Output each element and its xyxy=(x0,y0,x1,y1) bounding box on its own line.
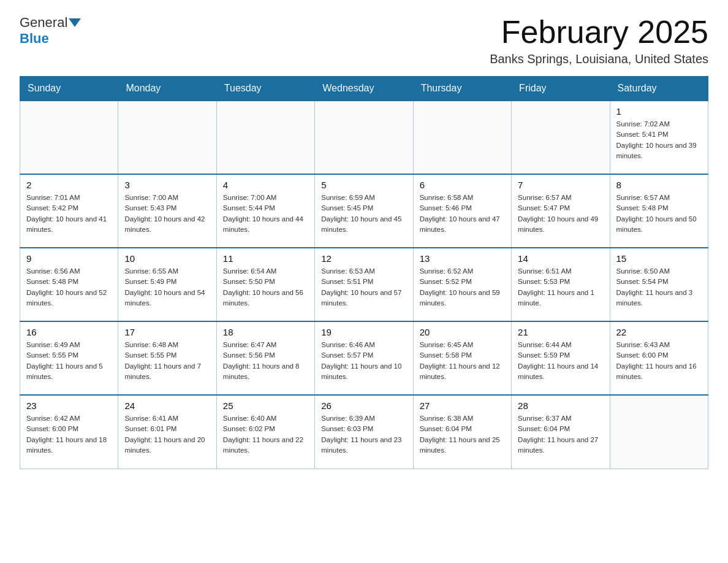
day-number: 19 xyxy=(321,327,406,337)
calendar-table: SundayMondayTuesdayWednesdayThursdayFrid… xyxy=(20,76,708,469)
calendar-cell: 28Sunrise: 6:37 AMSunset: 6:04 PMDayligh… xyxy=(512,395,610,469)
calendar-cell: 21Sunrise: 6:44 AMSunset: 5:59 PMDayligh… xyxy=(512,321,610,395)
calendar-cell: 2Sunrise: 7:01 AMSunset: 5:42 PMDaylight… xyxy=(20,174,118,248)
day-number: 17 xyxy=(124,327,210,337)
day-number: 14 xyxy=(518,253,603,264)
calendar-cell: 4Sunrise: 7:00 AMSunset: 5:44 PMDaylight… xyxy=(216,174,314,248)
calendar-cell: 18Sunrise: 6:47 AMSunset: 5:56 PMDayligh… xyxy=(216,321,314,395)
day-number: 12 xyxy=(321,253,406,264)
day-info: Sunrise: 6:59 AMSunset: 5:45 PMDaylight:… xyxy=(321,193,406,235)
day-info: Sunrise: 6:47 AMSunset: 5:56 PMDaylight:… xyxy=(223,340,308,382)
calendar-cell: 26Sunrise: 6:39 AMSunset: 6:03 PMDayligh… xyxy=(315,395,413,469)
day-info: Sunrise: 6:49 AMSunset: 5:55 PMDaylight:… xyxy=(26,340,112,382)
weekday-header-row: SundayMondayTuesdayWednesdayThursdayFrid… xyxy=(20,77,708,101)
weekday-header-wednesday: Wednesday xyxy=(315,77,413,101)
day-number: 20 xyxy=(420,327,505,337)
day-info: Sunrise: 6:48 AMSunset: 5:55 PMDaylight:… xyxy=(124,340,210,382)
calendar-cell: 1Sunrise: 7:02 AMSunset: 5:41 PMDaylight… xyxy=(610,101,708,174)
weekday-header-friday: Friday xyxy=(512,77,610,101)
day-info: Sunrise: 6:50 AMSunset: 5:54 PMDaylight:… xyxy=(616,266,702,308)
day-info: Sunrise: 6:51 AMSunset: 5:53 PMDaylight:… xyxy=(518,266,603,308)
day-number: 11 xyxy=(223,253,308,264)
day-number: 4 xyxy=(223,180,308,190)
logo-blue-text: Blue xyxy=(20,31,49,47)
calendar-cell: 22Sunrise: 6:43 AMSunset: 6:00 PMDayligh… xyxy=(610,321,708,395)
calendar-cell: 3Sunrise: 7:00 AMSunset: 5:43 PMDaylight… xyxy=(118,174,216,248)
page-header: General Blue February 2025 Banks Springs… xyxy=(20,15,708,66)
calendar-cell: 13Sunrise: 6:52 AMSunset: 5:52 PMDayligh… xyxy=(413,248,511,321)
calendar-cell: 19Sunrise: 6:46 AMSunset: 5:57 PMDayligh… xyxy=(315,321,413,395)
calendar-cell: 17Sunrise: 6:48 AMSunset: 5:55 PMDayligh… xyxy=(118,321,216,395)
calendar-cell xyxy=(315,101,413,174)
week-row-4: 16Sunrise: 6:49 AMSunset: 5:55 PMDayligh… xyxy=(20,321,708,395)
calendar-cell: 7Sunrise: 6:57 AMSunset: 5:47 PMDaylight… xyxy=(512,174,610,248)
calendar-cell: 14Sunrise: 6:51 AMSunset: 5:53 PMDayligh… xyxy=(512,248,610,321)
calendar-cell: 15Sunrise: 6:50 AMSunset: 5:54 PMDayligh… xyxy=(610,248,708,321)
week-row-2: 2Sunrise: 7:01 AMSunset: 5:42 PMDaylight… xyxy=(20,174,708,248)
day-number: 16 xyxy=(26,327,112,337)
day-info: Sunrise: 6:39 AMSunset: 6:03 PMDaylight:… xyxy=(321,413,406,456)
day-info: Sunrise: 6:44 AMSunset: 5:59 PMDaylight:… xyxy=(518,340,603,382)
calendar-cell xyxy=(512,101,610,174)
day-number: 9 xyxy=(26,253,112,264)
day-info: Sunrise: 7:00 AMSunset: 5:44 PMDaylight:… xyxy=(223,193,308,235)
day-number: 15 xyxy=(616,253,702,264)
calendar-cell xyxy=(610,395,708,469)
day-number: 28 xyxy=(518,400,603,411)
day-number: 7 xyxy=(518,180,603,190)
calendar-cell: 6Sunrise: 6:58 AMSunset: 5:46 PMDaylight… xyxy=(413,174,511,248)
weekday-header-monday: Monday xyxy=(118,77,216,101)
day-info: Sunrise: 6:41 AMSunset: 6:01 PMDaylight:… xyxy=(124,413,210,456)
day-number: 18 xyxy=(223,327,308,337)
day-info: Sunrise: 6:55 AMSunset: 5:49 PMDaylight:… xyxy=(124,266,210,308)
calendar-cell: 5Sunrise: 6:59 AMSunset: 5:45 PMDaylight… xyxy=(315,174,413,248)
day-info: Sunrise: 7:01 AMSunset: 5:42 PMDaylight:… xyxy=(26,193,112,235)
calendar-cell: 23Sunrise: 6:42 AMSunset: 6:00 PMDayligh… xyxy=(20,395,118,469)
day-number: 13 xyxy=(420,253,505,264)
day-number: 2 xyxy=(26,180,112,190)
day-info: Sunrise: 7:02 AMSunset: 5:41 PMDaylight:… xyxy=(616,119,702,161)
day-info: Sunrise: 6:40 AMSunset: 6:02 PMDaylight:… xyxy=(223,413,308,456)
calendar-cell: 20Sunrise: 6:45 AMSunset: 5:58 PMDayligh… xyxy=(413,321,511,395)
calendar-cell: 10Sunrise: 6:55 AMSunset: 5:49 PMDayligh… xyxy=(118,248,216,321)
day-number: 27 xyxy=(420,400,505,411)
calendar-cell xyxy=(413,101,511,174)
calendar-cell: 25Sunrise: 6:40 AMSunset: 6:02 PMDayligh… xyxy=(216,395,314,469)
logo: General Blue xyxy=(20,15,82,47)
calendar-title: February 2025 xyxy=(490,15,708,50)
calendar-cell: 11Sunrise: 6:54 AMSunset: 5:50 PMDayligh… xyxy=(216,248,314,321)
calendar-cell: 9Sunrise: 6:56 AMSunset: 5:48 PMDaylight… xyxy=(20,248,118,321)
calendar-cell: 8Sunrise: 6:57 AMSunset: 5:48 PMDaylight… xyxy=(610,174,708,248)
calendar-cell xyxy=(20,101,118,174)
day-number: 22 xyxy=(616,327,702,337)
weekday-header-thursday: Thursday xyxy=(413,77,511,101)
logo-arrow-icon xyxy=(69,18,81,27)
day-info: Sunrise: 6:56 AMSunset: 5:48 PMDaylight:… xyxy=(26,266,112,308)
day-info: Sunrise: 6:45 AMSunset: 5:58 PMDaylight:… xyxy=(420,340,505,382)
day-info: Sunrise: 6:57 AMSunset: 5:48 PMDaylight:… xyxy=(616,193,702,235)
day-info: Sunrise: 6:54 AMSunset: 5:50 PMDaylight:… xyxy=(223,266,308,308)
logo-general-text: General xyxy=(20,15,67,31)
day-number: 6 xyxy=(420,180,505,190)
day-info: Sunrise: 6:57 AMSunset: 5:47 PMDaylight:… xyxy=(518,193,603,235)
weekday-header-saturday: Saturday xyxy=(610,77,708,101)
day-info: Sunrise: 7:00 AMSunset: 5:43 PMDaylight:… xyxy=(124,193,210,235)
day-number: 25 xyxy=(223,400,308,411)
day-number: 21 xyxy=(518,327,603,337)
day-info: Sunrise: 6:38 AMSunset: 6:04 PMDaylight:… xyxy=(420,413,505,456)
calendar-cell: 24Sunrise: 6:41 AMSunset: 6:01 PMDayligh… xyxy=(118,395,216,469)
day-info: Sunrise: 6:43 AMSunset: 6:00 PMDaylight:… xyxy=(616,340,702,382)
day-number: 10 xyxy=(124,253,210,264)
calendar-cell: 12Sunrise: 6:53 AMSunset: 5:51 PMDayligh… xyxy=(315,248,413,321)
day-number: 3 xyxy=(124,180,210,190)
day-number: 23 xyxy=(26,400,112,411)
day-info: Sunrise: 6:52 AMSunset: 5:52 PMDaylight:… xyxy=(420,266,505,308)
calendar-cell xyxy=(118,101,216,174)
day-info: Sunrise: 6:58 AMSunset: 5:46 PMDaylight:… xyxy=(420,193,505,235)
day-number: 1 xyxy=(616,106,702,117)
title-section: February 2025 Banks Springs, Louisiana, … xyxy=(490,15,708,66)
calendar-cell xyxy=(216,101,314,174)
weekday-header-tuesday: Tuesday xyxy=(216,77,314,101)
location-label: Banks Springs, Louisiana, United States xyxy=(490,52,708,66)
day-info: Sunrise: 6:46 AMSunset: 5:57 PMDaylight:… xyxy=(321,340,406,382)
